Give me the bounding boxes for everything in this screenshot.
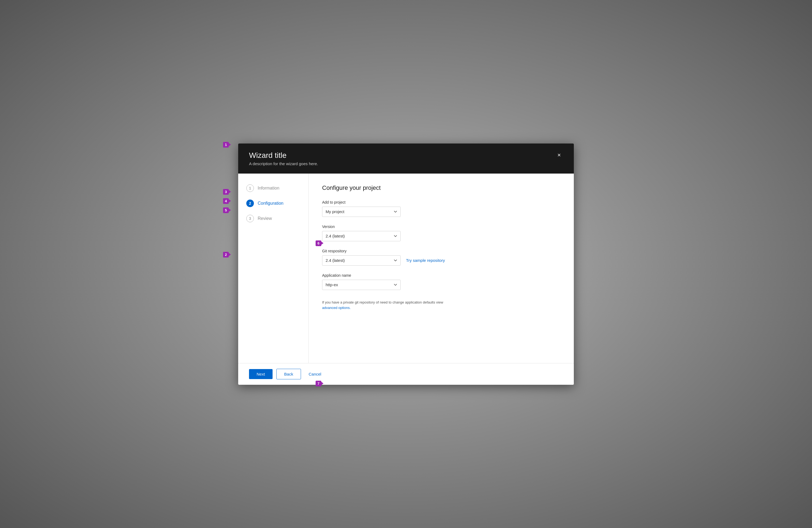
step-item-2[interactable]: 2 Configuration — [246, 200, 300, 207]
badge-3: 3 — [223, 189, 229, 195]
badge-1: 1 — [223, 142, 229, 147]
modal-title: Wizard title — [249, 151, 318, 160]
git-repo-row: 2.4 (latest) 2.3 Try sample repository — [322, 255, 557, 266]
main-content: Configure your project Add to project My… — [308, 174, 574, 363]
step-label-1: Information — [258, 186, 279, 191]
modal-outer: 1 2 3 4 5 6 7 Wizard title A description… — [238, 143, 574, 385]
modal-header: Wizard title A description for the wizar… — [238, 143, 574, 174]
try-sample-link[interactable]: Try sample repository — [406, 258, 445, 263]
step-item-3[interactable]: 3 Review — [246, 215, 300, 222]
form-group-version: Version 2.4 (latest) 2.3 2.2 — [322, 225, 557, 241]
cancel-button[interactable]: Cancel — [305, 369, 325, 379]
step-number-1: 1 — [246, 184, 254, 192]
label-version: Version — [322, 225, 557, 229]
header-text: Wizard title A description for the wizar… — [249, 151, 318, 166]
step-item-1[interactable]: 1 Information — [246, 184, 300, 192]
back-button[interactable]: Back — [276, 369, 301, 379]
steps-sidebar: 1 Information 2 Configuration 3 Review — [238, 174, 308, 363]
badge-2: 2 — [223, 252, 229, 257]
helper-text-pre: If you have a private git repository of … — [322, 300, 443, 304]
label-add-to-project: Add to project — [322, 200, 557, 204]
badge-5: 5 — [223, 208, 229, 213]
helper-text: If you have a private git repository of … — [322, 300, 458, 311]
select-git-repository[interactable]: 2.4 (latest) 2.3 — [322, 255, 401, 266]
select-application-name[interactable]: http-ex my-app — [322, 280, 401, 290]
advanced-options-link[interactable]: advanced options. — [322, 306, 351, 310]
section-title: Configure your project — [322, 184, 557, 191]
step-label-2: Configuration — [258, 201, 284, 206]
modal-description: A description for the wizard goes here. — [249, 161, 318, 166]
step-label-3: Review — [258, 216, 272, 221]
select-add-to-project[interactable]: My project Another project — [322, 206, 401, 217]
step-number-2: 2 — [246, 200, 254, 207]
form-group-git-repository: Git respository 2.4 (latest) 2.3 Try sam… — [322, 249, 557, 266]
form-group-add-to-project: Add to project My project Another projec… — [322, 200, 557, 217]
close-button[interactable]: × — [555, 151, 563, 159]
step-number-3: 3 — [246, 215, 254, 222]
modal-body: 1 Information 2 Configuration 3 Review C… — [238, 174, 574, 363]
badge-4: 4 — [223, 198, 229, 204]
label-git-repository: Git respository — [322, 249, 557, 253]
modal: Wizard title A description for the wizar… — [238, 143, 574, 385]
form-group-application-name: Application name http-ex my-app — [322, 273, 557, 290]
select-version[interactable]: 2.4 (latest) 2.3 2.2 — [322, 231, 401, 241]
label-application-name: Application name — [322, 273, 557, 277]
modal-footer: Next Back Cancel — [238, 363, 574, 385]
next-button[interactable]: Next — [249, 369, 273, 379]
